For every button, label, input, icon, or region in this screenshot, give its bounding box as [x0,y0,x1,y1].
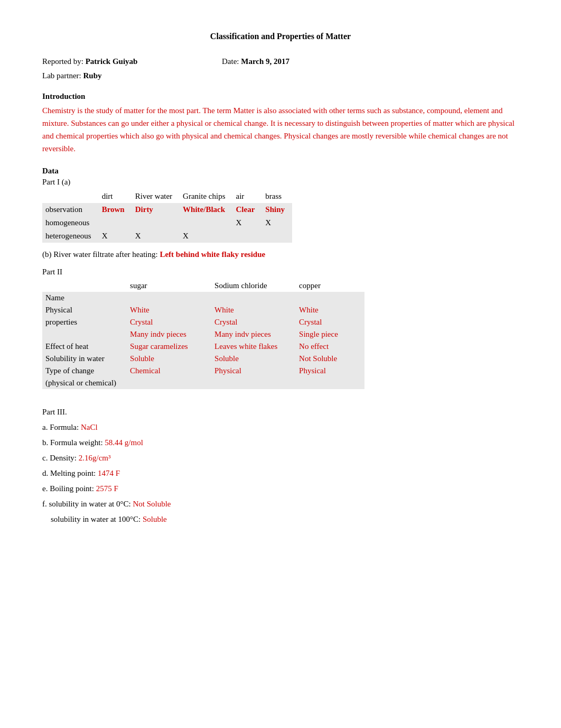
date-value: March 9, 2017 [241,57,289,66]
cell-brass-homo: X [262,216,292,229]
part3-e-prefix: e. Boiling point: [42,484,96,493]
cell-dirt-homo [99,216,132,229]
cell-sugar-type: Chemical [127,365,211,377]
table-row: (physical or chemical) [42,377,364,389]
cell-copper-phys3: Single piece [296,328,364,340]
introduction-section: Introduction Chemistry is the study of m… [42,92,519,155]
table-row: Name [42,292,364,304]
cell-river-homo [132,216,180,229]
part3-c-prefix: c. Density: [42,454,79,462]
cell-nacl-pc [211,377,296,389]
part1b-row: (b) River water filtrate after heating: … [42,250,519,259]
row-properties: properties [42,316,127,328]
table-row: properties Crystal Crystal Crystal [42,316,364,328]
part3-a-prefix: a. Formula: [42,423,81,431]
col-copper: copper [296,280,364,292]
cell-dirt-hetero: X [99,229,132,243]
cell-copper-phys2: Crystal [296,316,364,328]
cell-nacl-phys2: Crystal [211,316,296,328]
table-header-row: dirt River water Granite chips air brass [42,190,292,203]
reporter-name: Patrick Guiyab [86,57,138,66]
table-row: Physical White White White [42,304,364,316]
cell-brass-obs: Shiny [262,203,292,216]
cell-river-obs: Dirty [132,203,180,216]
part3-d-value: 1474 F [98,469,120,477]
lab-partner-name: Ruby [83,71,101,80]
cell-dirt-obs: Brown [99,203,132,216]
cell-granite-homo [180,216,232,229]
cell-air-obs: Clear [233,203,263,216]
cell-copper-heat: No effect [296,340,364,353]
cell-copper-type: Physical [296,365,364,377]
table-row: Effect of heat Sugar caramelizes Leaves … [42,340,364,353]
cell-nacl-heat: Leaves white flakes [211,340,296,353]
col-empty [42,190,99,203]
part3-e-value: 2575 F [96,484,118,493]
part3-d-prefix: d. Melting point: [42,469,98,477]
page-title: Classification and Properties of Matter [42,32,519,41]
date-field: Date: March 9, 2017 [222,57,401,66]
table-row: sugar Sodium chloride copper [42,280,364,292]
col-granite: Granite chips [180,190,232,203]
cell-nacl-sol: Soluble [211,353,296,365]
data-heading: Data [42,167,519,176]
part3-item-f2: solubility in water at 100°C: Soluble [51,512,519,527]
cell-nacl-type: Physical [211,365,296,377]
cell-sugar-name [127,292,211,304]
reporter-label: Reported by: [42,57,83,66]
col-dirt: dirt [99,190,132,203]
part3-item-f1: f. solubility in water at 0°C: Not Solub… [42,497,519,511]
cell-granite-hetero: X [180,229,232,243]
table-row: homogeneous X X [42,216,292,229]
lab-partner-field: Lab partner: Ruby [42,71,519,80]
part2-table: sugar Sodium chloride copper Name Physic… [42,280,364,389]
cell-nacl-phys1: White [211,304,296,316]
table-row: Type of change Chemical Physical Physica… [42,365,364,377]
part3-label: Part III. [42,405,519,419]
row-type-change: Type of change [42,365,127,377]
part3-b-prefix: b. Formula weight: [42,438,105,447]
row-empty-label [42,328,127,340]
part3-item-e: e. Boiling point: 2575 F [42,482,519,496]
date-label: Date: [222,57,239,66]
introduction-heading: Introduction [42,92,519,101]
part3-f2-prefix: solubility in water at 100°C: [51,515,143,523]
row-physical: Physical [42,304,127,316]
cell-air-hetero [233,229,263,243]
cell-copper-sol: Not Soluble [296,353,364,365]
cell-nacl-phys3: Many indv pieces [211,328,296,340]
part2-label: Part II [42,268,519,277]
cell-sugar-sol: Soluble [127,353,211,365]
cell-sugar-pc [127,377,211,389]
col-sugar: sugar [127,280,211,292]
reporter-field: Reported by: Patrick Guiyab [42,57,222,66]
cell-nacl-name [211,292,296,304]
part3-item-a: a. Formula: NaCl [42,420,519,435]
part3-f1-prefix: f. solubility in water at 0°C: [42,500,133,508]
part3-section: Part III. a. Formula: NaCl b. Formula we… [42,405,519,527]
table-row: Many indv pieces Many indv pieces Single… [42,328,364,340]
row-physical-chemical-label: (physical or chemical) [42,377,127,389]
row-name: Name [42,292,127,304]
col-brass: brass [262,190,292,203]
cell-brass-hetero [262,229,292,243]
part3-f1-value: Not Soluble [133,500,171,508]
table-row: heterogeneous X X X [42,229,292,243]
introduction-text: Chemistry is the study of matter for the… [42,104,519,155]
part1b-prefix: (b) River water filtrate after heating: [42,250,158,259]
row-label-observation: observation [42,203,99,216]
row-label-homogeneous: homogeneous [42,216,99,229]
part3-item-d: d. Melting point: 1474 F [42,466,519,481]
table-row: observation Brown Dirty White/Black Clea… [42,203,292,216]
cell-copper-phys1: White [296,304,364,316]
meta-row: Reported by: Patrick Guiyab Date: March … [42,57,519,66]
col-river: River water [132,190,180,203]
part3-f2-value: Soluble [143,515,167,523]
col-empty2 [42,280,127,292]
cell-copper-name [296,292,364,304]
cell-copper-pc [296,377,364,389]
lab-partner-label: Lab partner: [42,71,81,80]
cell-sugar-phys3: Many indv pieces [127,328,211,340]
part3-item-b: b. Formula weight: 58.44 g/mol [42,436,519,450]
part3-b-value: 58.44 g/mol [105,438,143,447]
